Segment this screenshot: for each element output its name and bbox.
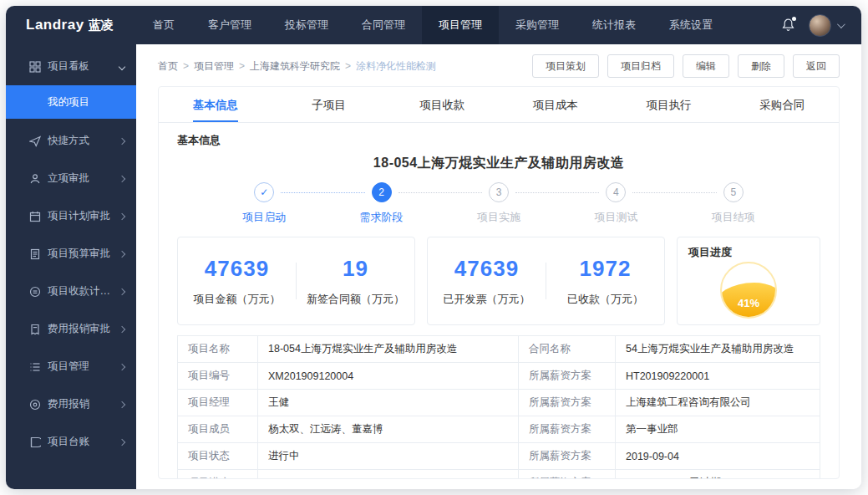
chevron-right-icon — [119, 137, 125, 144]
chevron-right-icon — [119, 325, 125, 332]
step-number: 4 — [606, 182, 626, 202]
sidebar-item-project-management[interactable]: 项目管理 — [6, 348, 136, 385]
detail-tabs: 基本信息 子项目 项目收款 项目成本 项目执行 采购合同 — [159, 87, 839, 123]
sidebar-item-my-projects[interactable]: 我的项目 — [6, 85, 136, 119]
detail-label: 所属薪资方案 — [519, 443, 616, 470]
project-planning-button[interactable]: 项目策划 — [532, 54, 599, 78]
document-icon — [29, 248, 41, 260]
back-button[interactable]: 返回 — [793, 54, 840, 78]
sidebar-item-label: 项目计划审批 — [48, 209, 110, 223]
tab-label: 采购合同 — [759, 99, 805, 120]
breadcrumb-project-management[interactable]: 项目管理 — [194, 59, 234, 74]
sidebar-item-project-approval[interactable]: 立项审批 — [6, 160, 136, 197]
delete-button[interactable]: 删除 — [738, 54, 784, 78]
tab-project-cost[interactable]: 项目成本 — [499, 87, 612, 122]
book-icon — [29, 436, 41, 448]
page-actions: 项目策划 项目归档 编辑 删除 返回 — [532, 54, 840, 78]
detail-value: 上海建筑工程咨询有限公司 — [616, 390, 820, 416]
check-icon: ✓ — [254, 182, 274, 202]
logo[interactable]: Landray 蓝凌 — [6, 6, 136, 44]
tab-basic-info[interactable]: 基本信息 — [159, 87, 272, 122]
sidebar-item-shortcuts[interactable]: 快捷方式 — [6, 122, 136, 160]
sidebar-item-project-ledger[interactable]: 项目台账 — [6, 423, 136, 461]
step-number: 2 — [372, 182, 392, 202]
topnav-item-reports[interactable]: 统计报表 — [576, 6, 652, 44]
stat-value: 47639 — [428, 256, 546, 282]
sidebar-item-expense-approval[interactable]: 费用报销审批 — [6, 310, 136, 348]
topnav-item-settings[interactable]: 系统设置 — [652, 6, 729, 44]
topnav-item-projects[interactable]: 项目管理 — [422, 6, 499, 44]
person-icon — [29, 173, 41, 185]
sidebar-item-project-plan-approval[interactable]: 项目计划审批 — [6, 197, 136, 235]
topnav-item-contracts[interactable]: 合同管理 — [345, 6, 422, 44]
tab-label: 项目收款 — [419, 99, 464, 120]
table-row: 项目进度 41% 所属薪资方案 2020-02-12（已过期） — [178, 470, 820, 480]
topnav-item-procurement[interactable]: 采购管理 — [499, 6, 576, 44]
table-row: 项目状态 进行中 所属薪资方案 2019-09-04 — [178, 443, 820, 470]
sidebar-item-payment-plan-approval[interactable]: 项目收款计划审批 — [6, 273, 136, 310]
sidebar: 项目看板 我的项目 快捷方式 立项审批 项目计划审批 — [6, 44, 136, 489]
stat-value: 47639 — [178, 256, 296, 282]
detail-value: 2019-09-04 — [616, 443, 820, 470]
tab-subprojects[interactable]: 子项目 — [272, 87, 386, 122]
progress-steps: ✓ 项目启动 2 需求阶段 3 项目实施 4 项目测试 — [206, 182, 792, 225]
sidebar-item-expense-reimburse[interactable]: 费用报销 — [6, 385, 136, 423]
topbar-right — [781, 6, 861, 44]
tab-procurement-contract[interactable]: 采购合同 — [725, 87, 839, 122]
tab-project-execution[interactable]: 项目执行 — [612, 87, 726, 122]
breadcrumb-separator: > — [345, 60, 351, 72]
stat-card-invoicing: 47639 已开发票（万元） 1972 已收款（万元） — [427, 237, 665, 325]
table-row: 项目经理 王健 所属薪资方案 上海建筑工程咨询有限公司 — [178, 390, 820, 416]
stat-label: 新签合同额（万元） — [297, 292, 414, 307]
stats-row: 47639 项目金额（万元） 19 新签合同额（万元） 47639 已开发票（万… — [177, 237, 820, 325]
dashboard-icon — [29, 61, 41, 73]
logo-text-cn: 蓝凌 — [89, 18, 114, 33]
progress-gauge-card: 项目进度 41% — [677, 237, 820, 325]
detail-value: 第一事业部 — [616, 416, 820, 443]
topnav-item-bidding[interactable]: 投标管理 — [268, 6, 345, 44]
breadcrumb-institute[interactable]: 上海建筑科学研究院 — [250, 59, 340, 74]
money-icon — [29, 286, 41, 298]
chevron-down-icon — [119, 63, 125, 69]
list-icon — [29, 361, 41, 373]
step-label: 项目启动 — [206, 210, 322, 225]
progress-gauge: 41% — [720, 262, 777, 319]
detail-label: 项目成员 — [178, 416, 258, 443]
detail-label: 项目经理 — [178, 390, 258, 416]
project-title: 18-054上海万焜实业生产及辅助用房改造 — [159, 155, 839, 172]
detail-value: 王健 — [258, 390, 519, 416]
logo-text-en: Landray — [26, 17, 84, 33]
edit-button[interactable]: 编辑 — [683, 54, 729, 78]
top-navbar: Landray 蓝凌 首页 客户管理 投标管理 合同管理 项目管理 采购管理 统… — [6, 6, 861, 44]
notification-dot — [792, 17, 796, 21]
detail-value: 41% — [258, 470, 519, 480]
step-project-start: ✓ 项目启动 — [206, 182, 322, 225]
receipt-icon — [29, 324, 41, 335]
breadcrumb-row: 首页 > 项目管理 > 上海建筑科学研究院 > 涂料净化性能检测 项目策划 项目… — [136, 44, 861, 86]
send-icon — [29, 135, 41, 147]
breadcrumb-home[interactable]: 首页 — [158, 59, 178, 74]
detail-label: 所属薪资方案 — [519, 470, 616, 480]
table-row: 项目编号 XM201909120004 所属薪资方案 HT20190922000… — [178, 363, 820, 390]
topnav-item-home[interactable]: 首页 — [136, 6, 191, 44]
sidebar-item-project-budget-approval[interactable]: 项目预算审批 — [6, 235, 136, 273]
step-number: 5 — [723, 182, 744, 202]
topnav-item-customers[interactable]: 客户管理 — [191, 6, 268, 44]
step-label: 项目结项 — [675, 210, 792, 225]
sidebar-item-project-board[interactable]: 项目看板 — [6, 48, 136, 85]
tab-project-payment[interactable]: 项目收款 — [385, 87, 499, 122]
sidebar-item-label: 项目管理 — [48, 360, 89, 374]
notification-bell-icon[interactable] — [781, 18, 795, 33]
detail-value: 18-054上海万焜实业生产及辅助用房改造 — [258, 336, 519, 363]
main-content: 首页 > 项目管理 > 上海建筑科学研究院 > 涂料净化性能检测 项目策划 项目… — [136, 44, 861, 489]
chevron-right-icon — [119, 363, 125, 370]
detail-label: 项目进度 — [178, 470, 258, 480]
user-menu[interactable] — [809, 14, 843, 37]
step-closure: 5 项目结项 — [675, 182, 792, 225]
project-archive-button[interactable]: 项目归档 — [607, 54, 674, 78]
step-implementation: 3 项目实施 — [440, 182, 557, 225]
tab-label: 子项目 — [312, 99, 346, 120]
project-detail-card: 基本信息 子项目 项目收款 项目成本 项目执行 采购合同 基本信息 18-054… — [158, 86, 840, 479]
detail-value: 进行中 — [258, 443, 519, 470]
breadcrumb-current: 涂料净化性能检测 — [356, 59, 436, 74]
